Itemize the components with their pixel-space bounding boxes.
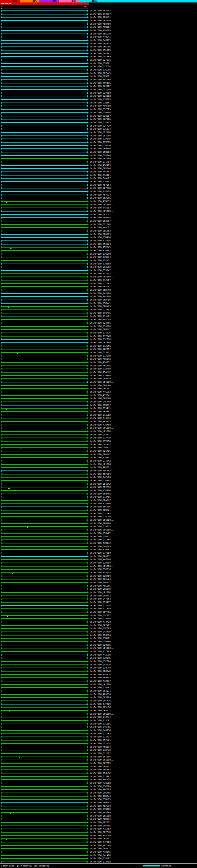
hit-bar[interactable] [1,546,87,547]
hit-bar[interactable] [1,563,87,563]
hit-label[interactable]: UniRef100_A9AZB9 [90,29,110,32]
hit-bar[interactable] [1,388,87,389]
hit-bar[interactable] [1,83,87,84]
hit-label[interactable]: UniRef100_Q9AUC0 [90,266,110,269]
hit-label[interactable]: UniRef100_Q005W0 [90,670,110,673]
hit-label[interactable]: UniRef100_B8J6P6 [90,197,110,199]
hit-bar[interactable] [1,598,87,599]
hit-label[interactable]: UniRef100_C7I2A3 [90,460,110,463]
hit-bar[interactable] [1,513,87,514]
hit-bar[interactable] [1,497,87,497]
hit-bar[interactable] [1,280,87,280]
hit-label[interactable]: UniRef100_Q01UM2 [90,483,110,486]
hit-bar[interactable] [1,858,87,859]
hit-bar[interactable] [1,316,87,316]
hit-bar[interactable] [1,369,87,369]
hit-bar[interactable] [1,122,87,123]
hit-label[interactable]: UniRef100_C39A17 [90,601,110,604]
hit-label[interactable]: UniRef100_A4HG41 [90,36,110,38]
hit-label[interactable]: UniRef100_A6X571 [90,466,110,469]
hit-label[interactable]: UniRef100_UP1000... [90,427,114,430]
hit-bar[interactable] [1,46,87,47]
hit-bar[interactable] [1,86,87,87]
hit-label[interactable]: UniRef100_Q1GPW2 [90,686,110,689]
hit-label[interactable]: UniRef100_Q82LG7 [90,213,110,216]
hit-label[interactable]: UniRef100_Q4AYG9 [90,630,110,633]
hit-bar[interactable] [1,185,87,185]
hit-bar[interactable] [1,293,87,294]
hit-label[interactable]: UniRef100_C3CFF3 [90,108,110,111]
hit-bar[interactable] [1,470,87,471]
hit-label[interactable]: UniRef100_A9K0H2 [90,358,110,361]
hit-bar[interactable] [1,375,87,376]
hit-bar[interactable] [1,138,87,139]
hit-bar[interactable] [1,447,87,448]
hit-bar[interactable] [1,651,87,652]
hit-bar[interactable] [1,648,87,648]
hit-bar[interactable] [1,461,87,461]
hit-label[interactable]: UniRef100_Q73S62 [90,775,110,778]
hit-label[interactable]: UniRef100_B2SYM0 [90,502,110,505]
hit-bar[interactable] [1,372,87,373]
hit-bar[interactable] [1,296,87,297]
hit-bar[interactable] [1,102,87,103]
hit-label[interactable]: UniRef100_C3H2L6 [90,112,110,114]
hit-label[interactable]: UniRef100_Q5E208 [90,815,110,817]
hit-bar[interactable] [1,66,87,67]
hit-label[interactable]: UniRef100_C4L0F9 [90,55,110,58]
hit-bar[interactable] [1,520,87,520]
hit-label[interactable]: UniRef100_C2P3L6 [90,118,110,121]
hit-label[interactable]: UniRef100_C3R3R5 [90,657,110,659]
hit-label[interactable]: UniRef100_A1T389 [90,650,110,653]
hit-label[interactable]: UniRef100_A7HEL6 [90,374,110,377]
hit-bar[interactable] [1,349,87,349]
hit-bar[interactable] [1,444,87,445]
hit-label[interactable]: UniRef100_UP1000... [90,647,114,650]
hit-label[interactable]: UniRef100_C27W45 [90,72,110,75]
hit-label[interactable]: UniRef100_A1SVL3 [90,828,110,831]
hit-bar[interactable] [1,506,87,507]
hit-label[interactable]: UniRef100_A9CYY2 [90,470,110,472]
hit-label[interactable]: UniRef100_B4V5R6 [90,292,110,295]
hit-label[interactable]: UniRef100_A1WWY7 [90,456,110,459]
hit-bar[interactable] [1,855,87,856]
hit-label[interactable]: UniRef100_C2F7J9 [90,125,110,127]
hit-label[interactable]: UniRef100_Q1LNK8 [90,538,110,541]
hit-bar[interactable] [1,802,87,803]
hit-label[interactable]: UniRef100_B0C196 [90,505,110,508]
hit-label[interactable]: UniRef100_A91UW1 [90,285,110,288]
hit-bar[interactable] [1,277,87,277]
hit-label[interactable]: UniRef100_Q07ZB9 [90,762,110,765]
hit-label[interactable]: UniRef100_A8YVJ3 [90,194,110,196]
hit-label[interactable]: UniRef100_A5VSV5 [90,246,110,249]
hit-label[interactable]: UniRef100_B0TLN6 [90,844,110,847]
hit-label[interactable]: UniRef100_A9HN48 [90,216,110,219]
hit-label[interactable]: UniRef100_Q06DY7 [90,328,110,331]
hit-label[interactable]: UniRef100_C9VG58 [90,440,110,443]
hit-label[interactable]: UniRef100_A7GP31 [90,180,110,183]
hit-label[interactable]: UniRef100_Q2W299 [90,562,110,564]
hit-label[interactable]: UniRef100_B1JUN6 [90,345,110,348]
hit-bar[interactable] [1,589,87,589]
hit-label[interactable]: UniRef100_Q4ZRJ4 [90,716,110,719]
hit-bar[interactable] [1,796,87,797]
hit-label[interactable]: UniRef100_B1Y5J6 [90,332,110,334]
hit-bar[interactable] [1,283,87,284]
hit-label[interactable]: UniRef100_Q7NII6 [90,808,110,811]
hit-bar[interactable] [1,635,87,636]
hit-label[interactable]: UniRef100_Q81GS9 [90,134,110,137]
hit-label[interactable]: UniRef100_UP1000... [90,683,114,686]
hit-bar[interactable] [1,428,87,428]
hit-bar[interactable] [1,109,87,110]
hit-label[interactable]: UniRef100_A4G593 [90,391,110,394]
hit-label[interactable]: UniRef100_C5WE17 [90,404,110,407]
hit-label[interactable]: UniRef100_A6SQ16 [90,693,110,696]
hit-bar[interactable] [1,398,87,399]
hit-bar[interactable] [1,862,87,862]
hit-label[interactable]: UniRef100_Q0A0U7 [90,499,110,502]
hit-label[interactable]: UniRef100_C3Q8N1 [90,102,110,104]
hit-bar[interactable] [1,484,87,484]
hit-label[interactable]: UniRef100_C8WFY8 [90,289,110,291]
hit-bar[interactable] [1,539,87,540]
hit-label[interactable]: UniRef100_C0YNE2 [90,624,110,627]
